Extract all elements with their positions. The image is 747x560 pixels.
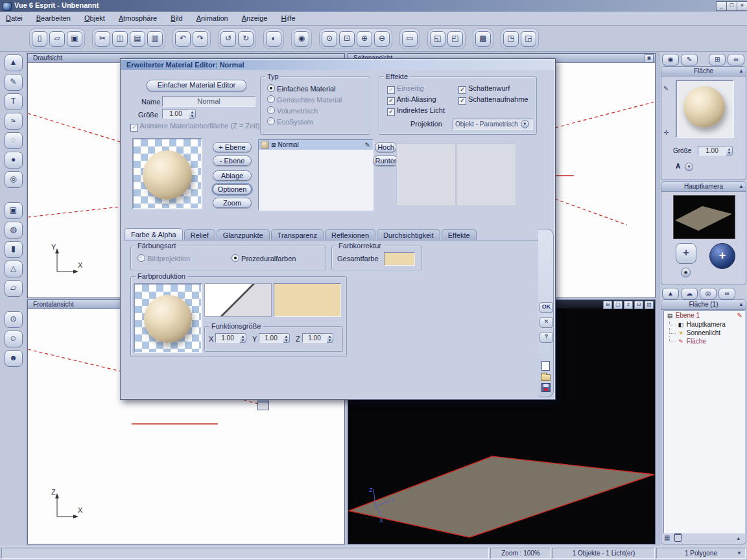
- new-scene-icon[interactable]: ▯: [32, 31, 47, 47]
- figure-tool-icon[interactable]: ☺: [5, 331, 23, 347]
- minimize-button[interactable]: _: [716, 1, 727, 11]
- filter-curve-box[interactable]: [204, 283, 272, 317]
- menu-bearbeiten[interactable]: Bearbeiten: [30, 12, 77, 25]
- zoom-region-icon[interactable]: ⊡: [339, 31, 355, 47]
- x-spinner[interactable]: 1.00▲▼: [215, 333, 246, 343]
- scene-panel-header[interactable]: Fläche (1) ▲: [661, 300, 746, 310]
- option-prozeduralfarben[interactable]: Prozeduralfarben: [231, 254, 296, 262]
- edit-pen-icon[interactable]: ✎: [737, 311, 742, 320]
- projection-dropdown[interactable]: Objekt - Parametrisch ▾: [453, 119, 533, 130]
- size-spinner[interactable]: 1.00▲▼: [162, 109, 196, 119]
- dialog-help-button[interactable]: ?: [540, 332, 553, 343]
- camera-pan-pad[interactable]: +: [676, 243, 696, 264]
- render-options-icon[interactable]: ▩: [475, 31, 491, 47]
- move-down-button[interactable]: Runter: [373, 156, 399, 166]
- lasso-tool-icon[interactable]: ◌: [5, 132, 23, 149]
- name-field[interactable]: Normal: [162, 96, 255, 107]
- object-options-icon[interactable]: ◳: [503, 31, 519, 47]
- layer-options-button[interactable]: Optionen: [213, 184, 252, 194]
- type-option-einfach[interactable]: Einfaches Material: [267, 84, 336, 93]
- menu-bild[interactable]: Bild: [165, 12, 188, 25]
- surface-panel-header[interactable]: Fläche ▲: [661, 67, 746, 76]
- production-color-box[interactable]: [274, 283, 341, 317]
- dialog-title-bar[interactable]: Erweiterter Material Editor: Normal: [121, 60, 554, 70]
- water-tool-icon[interactable]: ●: [5, 152, 23, 169]
- type-option-gemischt[interactable]: Gemischtes Material: [267, 95, 342, 104]
- links-tab-icon[interactable]: ∞: [718, 288, 735, 299]
- type-option-volumetrisch[interactable]: Volumetrisch: [267, 106, 318, 115]
- radio-selected-icon[interactable]: [267, 84, 275, 92]
- rotate-right-icon[interactable]: ↻: [238, 31, 254, 47]
- camera-reset-icon[interactable]: ◉: [681, 268, 691, 277]
- surface-size-spinner[interactable]: 1.00▲▼: [698, 146, 733, 156]
- z-spinner[interactable]: 1.00▲▼: [302, 333, 333, 343]
- edit-material-icon[interactable]: ✎: [663, 85, 669, 92]
- tab-durchsichtigkeit[interactable]: Durchsichtigkeit: [377, 229, 440, 240]
- dialog-cancel-button[interactable]: ✕: [540, 317, 553, 328]
- zoom-tool-icon[interactable]: ⊙: [322, 31, 337, 47]
- checkbox-checked-icon[interactable]: [387, 108, 395, 116]
- checkbox-einseitig[interactable]: Einseitig: [387, 84, 424, 94]
- curve-tool-icon[interactable]: ≈: [5, 113, 23, 130]
- trash-icon[interactable]: [674, 533, 682, 542]
- menu-datei[interactable]: Datei: [0, 12, 29, 25]
- plane-tool-icon[interactable]: ▱: [5, 280, 23, 297]
- dialog-ok-button[interactable]: OK: [540, 302, 553, 313]
- maximize-button[interactable]: □: [726, 1, 737, 11]
- copy-icon[interactable]: ◫: [112, 31, 128, 47]
- production-preview[interactable]: [134, 283, 202, 353]
- cylinder-tool-icon[interactable]: ▮: [5, 241, 23, 258]
- menu-animation[interactable]: Animation: [191, 12, 234, 25]
- collapse-arrow-icon[interactable]: ▲: [739, 182, 744, 191]
- tree-item-sonnenlicht[interactable]: ☀ Sonnenlicht: [664, 328, 744, 336]
- layer-zoom-button[interactable]: Zoom: [213, 198, 252, 208]
- radio-disabled-icon[interactable]: [267, 106, 275, 114]
- scene-tree[interactable]: ▤ Ebene 1 ✎ ◧ Hauptkamera ☀ Sonnenlicht …: [663, 310, 745, 533]
- tab-farbe-alpha[interactable]: Farbe & Alpha: [124, 228, 183, 240]
- object-gizmo-icon[interactable]: [257, 401, 269, 410]
- sphere-tool-icon[interactable]: ◍: [5, 222, 23, 239]
- save-material-icon[interactable]: [541, 383, 551, 392]
- render-icon[interactable]: ◐: [266, 31, 281, 47]
- radio-disabled-icon[interactable]: [137, 254, 145, 262]
- tab-reflexionen[interactable]: Reflexionen: [325, 229, 375, 240]
- layer-row-normal[interactable]: ⊠ Normal ✎: [259, 140, 373, 150]
- radio-selected-icon[interactable]: [231, 254, 239, 262]
- paint-icon[interactable]: ✎: [681, 54, 698, 65]
- pen-tool-icon[interactable]: ✎: [5, 74, 23, 91]
- tree-item-hauptkamera[interactable]: ◧ Hauptkamera: [664, 320, 744, 328]
- save-scene-icon[interactable]: ▣: [67, 31, 82, 47]
- display-mode-icon[interactable]: ▤: [645, 301, 654, 309]
- open-material-icon[interactable]: [541, 371, 551, 381]
- material-sphere-icon[interactable]: ◉: [662, 54, 679, 65]
- rename-pen-icon[interactable]: ✎: [365, 141, 370, 148]
- material-options-icon[interactable]: ✛: [663, 129, 669, 136]
- text-tool-icon[interactable]: T: [5, 93, 23, 110]
- overall-color-swatch[interactable]: [384, 252, 415, 266]
- cube-tool-icon[interactable]: ▣: [5, 202, 23, 219]
- checkbox-checked-icon[interactable]: [387, 97, 395, 105]
- layer-list[interactable]: ⊠ Normal ✎: [258, 139, 374, 211]
- redo-icon[interactable]: ↷: [193, 31, 208, 47]
- camera-panel-header[interactable]: Hauptkamera ▲: [661, 182, 746, 192]
- checkbox-checked-icon[interactable]: [458, 97, 466, 105]
- undo-icon[interactable]: ↶: [175, 31, 191, 47]
- grid-view-icon[interactable]: ⊡: [634, 301, 643, 309]
- duplicate-icon[interactable]: ▥: [147, 31, 163, 47]
- checkbox-schattenaufnahme[interactable]: Schattenaufnahme: [458, 95, 528, 105]
- zoom-view-icon[interactable]: z: [624, 301, 633, 309]
- tab-effekte[interactable]: Effekte: [442, 229, 477, 240]
- terrain-tool-icon[interactable]: ▲: [5, 54, 23, 71]
- collapse-arrow-icon[interactable]: ▲: [739, 67, 744, 76]
- checkbox-anti-aliasing[interactable]: Anti-Aliasing: [387, 95, 436, 105]
- pan-view-icon[interactable]: ⊞: [603, 301, 612, 309]
- zoom-in-icon[interactable]: ⊕: [357, 31, 372, 47]
- torus-tool-icon[interactable]: ◎: [5, 171, 23, 188]
- terrain-tab-icon[interactable]: ▲: [662, 288, 679, 299]
- clouds-tab-icon[interactable]: ☁: [681, 288, 698, 299]
- y-spinner[interactable]: 1.00▲▼: [259, 333, 290, 343]
- checkbox-disabled-icon[interactable]: [130, 124, 138, 132]
- add-layer-button[interactable]: + Ebene: [213, 142, 252, 152]
- paste-icon[interactable]: ▤: [130, 31, 145, 47]
- checkbox-disabled-icon[interactable]: [387, 86, 395, 94]
